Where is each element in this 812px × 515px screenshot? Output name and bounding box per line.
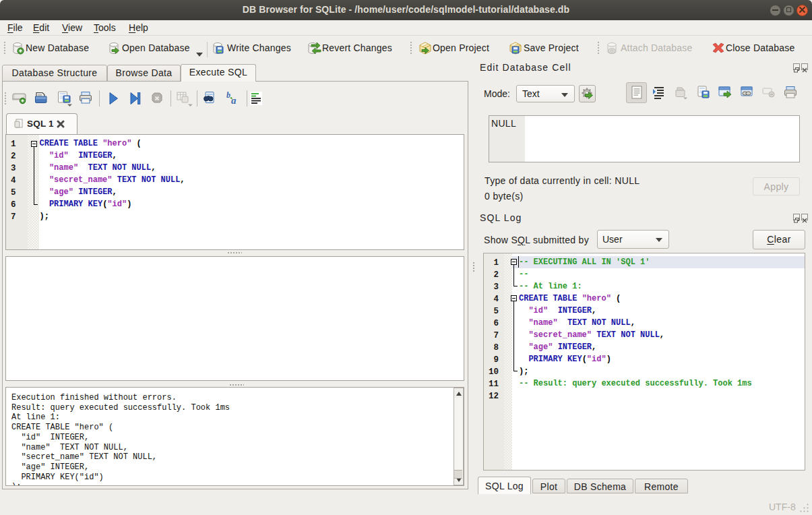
svg-text:a: a [231,95,237,106]
svg-text:b: b [226,90,230,100]
